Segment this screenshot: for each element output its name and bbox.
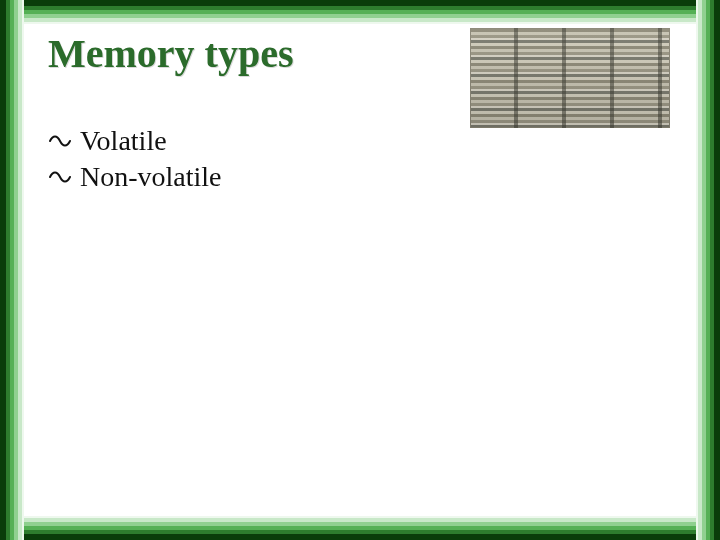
list-item: Non-volatile	[48, 161, 672, 193]
slide: Memory types Volatile Non-volatile	[0, 0, 720, 540]
flourish-bullet-icon	[48, 165, 72, 189]
slide-title: Memory types	[48, 24, 672, 95]
bullet-label: Non-volatile	[80, 161, 222, 193]
slide-body: Volatile Non-volatile	[48, 95, 672, 193]
bullet-label: Volatile	[80, 125, 167, 157]
list-item: Volatile	[48, 125, 672, 157]
slide-content: Memory types Volatile Non-volatile	[48, 24, 672, 516]
flourish-bullet-icon	[48, 129, 72, 153]
